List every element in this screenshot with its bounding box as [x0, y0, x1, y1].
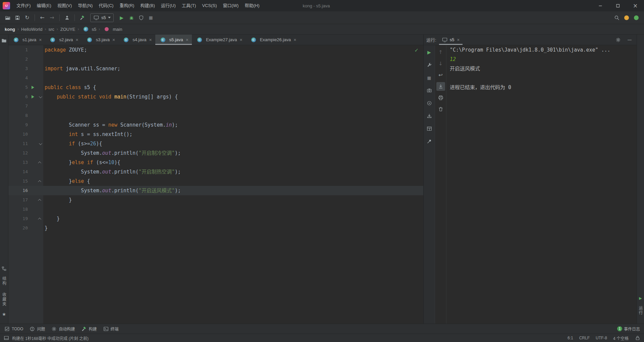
indent-setting[interactable]: 4 个空格: [613, 335, 629, 341]
tool-button-build-hammer[interactable]: 构建: [81, 326, 97, 332]
debug-icon[interactable]: [127, 13, 136, 22]
save-all-icon[interactable]: [13, 13, 22, 22]
menu-item-6[interactable]: 构建(B): [137, 0, 158, 11]
minimize-button[interactable]: [592, 0, 609, 11]
scroll-to-end-icon[interactable]: [436, 82, 445, 91]
fold-marker[interactable]: [37, 177, 43, 186]
clear-all-icon[interactable]: [436, 105, 445, 114]
search-everywhere-icon[interactable]: [612, 13, 621, 22]
caret-position[interactable]: 6:1: [568, 336, 573, 340]
run-with-coverage-icon[interactable]: [137, 13, 146, 22]
stripe-label[interactable]: 结构: [1, 276, 7, 286]
menu-item-0[interactable]: 文件(F): [13, 0, 34, 11]
code-line-18[interactable]: 18: [8, 205, 423, 214]
stop-icon[interactable]: ■: [147, 13, 155, 22]
code-line-12[interactable]: 12 System.out.println("开启制冷空调");: [8, 148, 423, 158]
editor-tab-s2.java[interactable]: Cs2.java×: [45, 35, 82, 45]
stop-icon[interactable]: ■: [425, 73, 434, 82]
editor-tab-Exampie26.java[interactable]: CExampie26.java×: [246, 35, 300, 45]
fold-marker[interactable]: [37, 195, 43, 205]
tool-button-todo[interactable]: TODO: [4, 326, 23, 332]
file-encoding[interactable]: UTF-8: [596, 336, 607, 340]
editor-tab-s5.java[interactable]: Cs5.java×: [155, 35, 192, 45]
settings-icon[interactable]: [614, 36, 623, 44]
close-icon[interactable]: ×: [39, 37, 42, 43]
close-icon[interactable]: ×: [457, 37, 460, 43]
stripe-label[interactable]: 收藏夹: [1, 292, 7, 306]
menu-item-1[interactable]: 编辑(E): [34, 0, 54, 11]
open-folder-icon[interactable]: [3, 13, 12, 22]
run-icon[interactable]: ▶: [117, 13, 126, 22]
editor-tab-s1.java[interactable]: Cs1.java×: [8, 35, 45, 45]
panel-switcher-icon[interactable]: [3, 335, 9, 341]
line-separator[interactable]: CRLF: [579, 336, 590, 340]
notification-orange-icon[interactable]: [622, 13, 631, 22]
close-icon[interactable]: ×: [112, 37, 115, 43]
tool-button-terminal[interactable]: 终端: [103, 326, 119, 332]
run-line-button[interactable]: [29, 92, 37, 101]
notification-green-icon[interactable]: [632, 13, 641, 22]
menu-item-8[interactable]: 工具(T): [179, 0, 199, 11]
code-line-17[interactable]: 17 }: [8, 195, 423, 205]
code-line-14[interactable]: 14 System.out.println("开启制热空调");: [8, 167, 423, 177]
breadcrumb-item[interactable]: src: [48, 27, 54, 32]
code-line-16[interactable]: 16 System.out.println("开启送风模式");: [8, 186, 423, 195]
up-stack-icon[interactable]: ↑: [436, 48, 445, 57]
run-line-button[interactable]: [29, 83, 37, 92]
code-line-11[interactable]: 11 if (s>=26){: [8, 139, 423, 148]
code-line-2[interactable]: 2: [8, 55, 423, 64]
heap-dump-icon[interactable]: [425, 99, 434, 108]
editor-tab-Exampie27.java[interactable]: CExampie27.java×: [192, 35, 246, 45]
down-stack-icon[interactable]: ↓: [436, 59, 445, 68]
code-line-15[interactable]: 15 }else {: [8, 177, 423, 186]
run-tab[interactable]: s5×: [439, 35, 463, 45]
inspections-ok-icon[interactable]: ✓: [414, 47, 419, 53]
code-line-5[interactable]: 5public class s5 {: [8, 83, 423, 92]
close-icon[interactable]: ×: [239, 37, 242, 43]
run-console[interactable]: "C:\Program Files\Java\jdk1.8.0_301\bin\…: [446, 45, 637, 324]
stripe-label[interactable]: 运行: [638, 306, 643, 315]
editor-tab-s3.java[interactable]: Cs3.java×: [82, 35, 118, 45]
back-icon[interactable]: ←: [38, 13, 47, 22]
code-line-10[interactable]: 10 int s = ss.nextInt();: [8, 130, 423, 139]
forward-icon[interactable]: →: [48, 13, 56, 22]
star-icon[interactable]: ★: [1, 311, 7, 318]
menu-item-7[interactable]: 运行(U): [158, 0, 179, 11]
breadcrumb-item[interactable]: Cs5: [82, 25, 97, 33]
close-button[interactable]: ×: [627, 0, 644, 11]
build-project-icon[interactable]: [78, 13, 87, 22]
close-icon[interactable]: ×: [186, 37, 189, 43]
menu-item-5[interactable]: 重构(R): [116, 0, 137, 11]
menu-item-10[interactable]: 窗口(W): [220, 0, 242, 11]
breadcrumb-item[interactable]: main: [102, 25, 122, 33]
menu-item-11[interactable]: 帮助(H): [241, 0, 262, 11]
editor-tab-s4.java[interactable]: Cs4.java×: [118, 35, 155, 45]
close-icon[interactable]: ×: [76, 37, 78, 43]
soft-wrap-icon[interactable]: ↩: [436, 71, 445, 79]
attach-to-process-icon[interactable]: [425, 112, 434, 120]
code-line-9[interactable]: 9 Scanner ss = new Scanner(System.in);: [8, 120, 423, 130]
breadcrumb-item[interactable]: kong: [5, 27, 15, 32]
fold-marker[interactable]: [37, 92, 43, 101]
rerun-icon[interactable]: ▶: [425, 48, 434, 57]
close-icon[interactable]: ×: [293, 37, 296, 43]
maximize-button[interactable]: [609, 0, 627, 11]
structure-icon[interactable]: [1, 265, 7, 272]
run-stripe-icon[interactable]: ▶: [637, 295, 644, 301]
tool-button-problems[interactable]: 问题: [29, 326, 45, 332]
fold-marker[interactable]: [37, 214, 43, 223]
menu-item-3[interactable]: 导航(N): [75, 0, 96, 11]
fold-marker[interactable]: [37, 158, 43, 167]
edit-configuration-icon[interactable]: [425, 61, 434, 69]
lock-icon[interactable]: [635, 335, 641, 341]
code-line-13[interactable]: 13 }else if (s<=10){: [8, 158, 423, 167]
menu-item-2[interactable]: 视图(V): [54, 0, 75, 11]
close-icon[interactable]: ×: [149, 37, 152, 43]
restore-layout-icon[interactable]: [425, 124, 434, 133]
menu-item-9[interactable]: VCS(S): [199, 0, 220, 11]
code-line-20[interactable]: 20}: [8, 223, 423, 233]
breadcrumb-item[interactable]: HelloWorld: [21, 27, 42, 32]
code-line-8[interactable]: 8: [8, 111, 423, 120]
code-line-3[interactable]: 3import java.util.Scanner;: [8, 64, 423, 73]
fold-marker[interactable]: [37, 139, 43, 148]
